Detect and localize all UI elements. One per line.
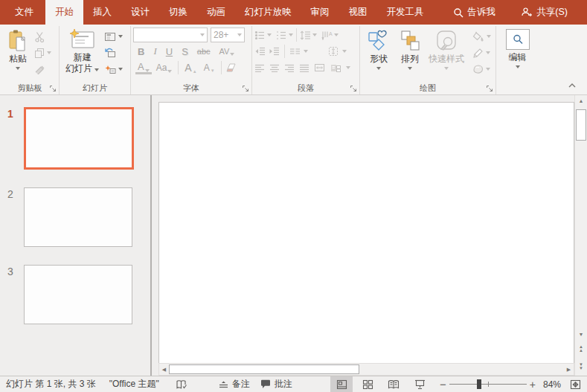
align-left-button[interactable] bbox=[254, 64, 265, 72]
canvas-region: ◀ ▶ bbox=[152, 95, 574, 376]
text-shadow-button[interactable]: S bbox=[179, 46, 190, 57]
tell-me-button[interactable]: 告诉我 bbox=[446, 0, 504, 25]
next-slide-button[interactable]: ▼▼ bbox=[575, 358, 587, 376]
arrange-icon bbox=[399, 29, 421, 53]
smartart-button[interactable] bbox=[330, 63, 341, 73]
tab-developer[interactable]: 开发工具 bbox=[377, 0, 434, 25]
shapes-button[interactable]: 形状 bbox=[362, 27, 395, 71]
slide-thumbnail-image[interactable] bbox=[24, 107, 134, 170]
share-person-icon bbox=[521, 7, 532, 18]
slide-thumbnail-image[interactable] bbox=[24, 265, 132, 324]
comments-toggle[interactable]: 批注 bbox=[260, 378, 292, 391]
scroll-left-arrow[interactable]: ◀ bbox=[159, 364, 169, 375]
vertical-scrollbar[interactable]: ▲ ▼ ▲▲ ▼▼ bbox=[574, 95, 587, 376]
italic-button[interactable]: I bbox=[151, 45, 158, 57]
share-button[interactable]: 共享(S) bbox=[512, 0, 577, 25]
spellcheck-icon[interactable] bbox=[176, 379, 187, 390]
tab-view[interactable]: 视图 bbox=[339, 0, 377, 25]
theme-name[interactable]: "Office 主题" bbox=[109, 378, 159, 391]
tab-transitions[interactable]: 切换 bbox=[159, 0, 197, 25]
copy-button[interactable] bbox=[34, 46, 51, 60]
align-text-button[interactable] bbox=[327, 46, 339, 57]
collapse-ribbon-button[interactable] bbox=[568, 83, 577, 89]
fit-slide-to-window-button[interactable] bbox=[570, 379, 581, 390]
shape-outline-button[interactable] bbox=[472, 46, 491, 60]
tab-home[interactable]: 开始 bbox=[45, 0, 83, 25]
view-buttons bbox=[330, 376, 431, 392]
font-size-combobox[interactable]: 28+ bbox=[211, 28, 245, 42]
layout-button[interactable] bbox=[104, 30, 123, 43]
line-spacing-button[interactable] bbox=[300, 30, 311, 40]
tab-design[interactable]: 设计 bbox=[121, 0, 159, 25]
arrange-button[interactable]: 排列 bbox=[395, 27, 425, 71]
tab-animations[interactable]: 动画 bbox=[197, 0, 235, 25]
shape-effects-button[interactable] bbox=[472, 62, 491, 76]
slide-thumbnail-image[interactable] bbox=[24, 187, 132, 247]
font-name-combobox[interactable] bbox=[133, 28, 208, 42]
strikethrough-button[interactable]: abc bbox=[195, 47, 213, 56]
clear-formatting-icon[interactable] bbox=[225, 62, 237, 73]
tab-review[interactable]: 审阅 bbox=[301, 0, 339, 25]
reading-view-button[interactable] bbox=[382, 376, 405, 392]
zoom-in-button[interactable]: + bbox=[530, 379, 536, 391]
scroll-down-arrow[interactable]: ▼ bbox=[575, 329, 587, 340]
bullets-button[interactable] bbox=[254, 30, 266, 40]
distribute-button[interactable] bbox=[314, 63, 325, 72]
text-direction-button[interactable]: A bbox=[321, 30, 333, 40]
drawing-dialog-launcher[interactable] bbox=[486, 85, 493, 92]
underline-button[interactable]: U bbox=[164, 46, 175, 57]
character-spacing-button[interactable]: AV bbox=[217, 47, 237, 56]
vertical-scroll-track[interactable] bbox=[575, 106, 587, 329]
previous-slide-button[interactable]: ▲▲ bbox=[575, 340, 587, 358]
decrease-indent-button[interactable] bbox=[254, 47, 266, 56]
tab-insert[interactable]: 插入 bbox=[83, 0, 121, 25]
slide-thumbnail-1[interactable]: 1 bbox=[7, 107, 141, 170]
align-text-dropdown-arrow bbox=[342, 50, 347, 53]
paragraph-dialog-launcher[interactable] bbox=[350, 85, 357, 92]
horizontal-scrollbar[interactable]: ◀ ▶ bbox=[158, 363, 574, 376]
cut-button[interactable] bbox=[34, 30, 51, 43]
editing-button[interactable]: 编辑 bbox=[502, 27, 533, 69]
justify-button[interactable] bbox=[299, 64, 309, 72]
align-center-button[interactable] bbox=[269, 64, 280, 72]
tab-file[interactable]: 文件 bbox=[3, 0, 45, 25]
slide-thumbnail-2[interactable]: 2 bbox=[7, 187, 141, 247]
font-color-button[interactable]: A bbox=[135, 61, 152, 74]
new-slide-dropdown-arrow bbox=[94, 68, 99, 71]
increase-indent-button[interactable] bbox=[269, 47, 280, 56]
zoom-slider-thumb[interactable] bbox=[477, 379, 481, 389]
scroll-right-arrow[interactable]: ▶ bbox=[564, 364, 574, 375]
align-right-button[interactable] bbox=[284, 64, 295, 72]
zoom-percentage[interactable]: 84% bbox=[543, 379, 561, 390]
shrink-font-button[interactable]: A▼ bbox=[202, 62, 217, 73]
slideshow-view-button[interactable] bbox=[408, 376, 431, 392]
normal-view-button[interactable] bbox=[330, 376, 353, 392]
slide-canvas[interactable] bbox=[158, 102, 574, 363]
reset-slide-button[interactable] bbox=[104, 46, 123, 60]
format-painter-button[interactable] bbox=[34, 62, 51, 76]
change-case-button[interactable]: Aa bbox=[154, 62, 175, 73]
tab-slideshow[interactable]: 幻灯片放映 bbox=[235, 0, 301, 25]
zoom-slider[interactable] bbox=[449, 379, 527, 389]
vertical-scroll-thumb[interactable] bbox=[576, 109, 586, 141]
slide-sorter-view-button[interactable] bbox=[356, 376, 379, 392]
new-slide-button[interactable]: 新建 幻灯片 bbox=[62, 27, 103, 74]
quick-styles-icon bbox=[432, 29, 461, 53]
font-group-label: 字体 bbox=[183, 83, 199, 94]
shape-fill-button[interactable] bbox=[472, 30, 491, 43]
bold-button[interactable]: B bbox=[135, 46, 147, 57]
scroll-up-arrow[interactable]: ▲ bbox=[575, 95, 587, 106]
quick-styles-button[interactable]: 快速样式 bbox=[425, 27, 468, 71]
grow-font-button[interactable]: A▲ bbox=[182, 62, 199, 74]
horizontal-scroll-thumb[interactable] bbox=[169, 364, 359, 374]
section-button[interactable] bbox=[104, 62, 123, 76]
slides-group: 新建 幻灯片 幻灯片 bbox=[59, 26, 130, 94]
numbering-button[interactable] bbox=[276, 30, 287, 40]
notes-toggle[interactable]: 备注 bbox=[219, 378, 250, 391]
slide-thumbnail-3[interactable]: 3 bbox=[7, 265, 141, 324]
clipboard-dialog-launcher[interactable] bbox=[49, 85, 57, 92]
zoom-out-button[interactable]: − bbox=[440, 378, 446, 391]
font-dialog-launcher[interactable] bbox=[242, 85, 249, 92]
paste-button[interactable]: 粘贴 bbox=[3, 27, 33, 71]
columns-button[interactable] bbox=[289, 48, 301, 56]
